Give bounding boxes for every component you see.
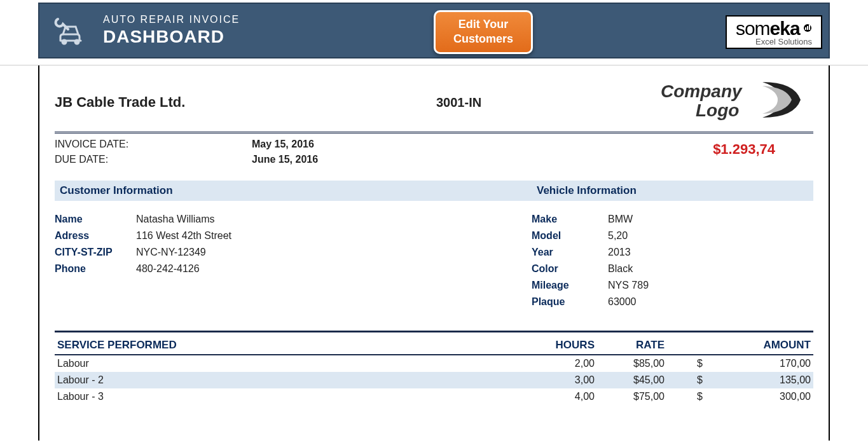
customer-address-value: 116 West 42th Street (136, 230, 231, 242)
svg-point-0 (62, 40, 66, 44)
table-row: Labour - 3 4,00 $75,00 $ 300,00 (55, 388, 813, 405)
customer-csz-label: CITY-ST-ZIP (55, 247, 136, 258)
vehicle-make-value: BMW (608, 214, 633, 225)
customer-csz-value: NYC-NY-12349 (136, 247, 206, 258)
vehicle-make-label: Make (532, 214, 608, 225)
col-cur-head (665, 339, 703, 352)
invoice-header-row: JB Cable Trade Ltd. 3001-IN Company Logo (55, 77, 813, 128)
vehicle-color-label: Color (532, 263, 608, 275)
svc-currency: $ (665, 374, 703, 386)
company-name: JB Cable Trade Ltd. (55, 94, 436, 111)
customer-name-value: Natasha Williams (136, 214, 215, 225)
svg-point-1 (75, 40, 79, 44)
vehicle-color-value: Black (608, 263, 633, 275)
info-grid: NameNatasha Williams Adress116 West 42th… (55, 214, 813, 313)
dates-block: INVOICE DATE: May 15, 2016 DUE DATE: Jun… (55, 139, 813, 169)
vehicle-plaque-label: Plaque (532, 296, 608, 308)
edit-btn-line2: Customers (453, 32, 513, 46)
svc-currency: $ (665, 391, 703, 402)
vehicle-model-label: Model (532, 230, 608, 242)
invoice-date-label: INVOICE DATE: (55, 139, 252, 150)
customer-phone-value: 480-242-4126 (136, 263, 200, 275)
col-hours-head: HOURS (525, 339, 595, 352)
svc-currency: $ (665, 358, 703, 369)
svc-hours: 2,00 (525, 358, 595, 369)
svc-rate: $75,00 (595, 391, 665, 402)
col-service-head: SERVICE PERFORMED (57, 339, 525, 352)
svc-name: Labour - 3 (57, 391, 525, 402)
edit-btn-line1: Edit Your (453, 17, 513, 32)
vehicle-column: MakeBMW Model5,20 Year2013 ColorBlack Mi… (532, 214, 813, 313)
vehicle-year-label: Year (532, 247, 608, 258)
vehicle-model-value: 5,20 (608, 230, 628, 242)
customer-column: NameNatasha Williams Adress116 West 42th… (55, 214, 532, 313)
topbar-title: DASHBOARD (103, 27, 240, 47)
info-section-bar: Customer Information Vehicle Information (55, 181, 813, 201)
table-row: Labour 2,00 $85,00 $ 170,00 (55, 355, 813, 372)
topbar: AUTO REPAIR INVOICE DASHBOARD Edit Your … (38, 3, 830, 58)
topbar-subtitle: AUTO REPAIR INVOICE (103, 14, 240, 25)
invoice-total: $1.293,74 (713, 139, 813, 169)
vehicle-mileage-value: NYS 789 (608, 280, 649, 291)
someka-badge: someka Excel Solutions (726, 15, 822, 49)
svg-rect-5 (809, 25, 810, 30)
edit-customers-button[interactable]: Edit Your Customers (434, 10, 533, 54)
vehicle-info-title: Vehicle Information (537, 184, 637, 197)
svg-rect-4 (807, 26, 808, 30)
topbar-titles: AUTO REPAIR INVOICE DASHBOARD (103, 14, 240, 47)
table-row: Labour - 2 3,00 $45,00 $ 135,00 (55, 372, 813, 388)
vehicle-plaque-value: 63000 (608, 296, 637, 308)
col-amount-head: AMOUNT (703, 339, 811, 352)
svc-amount: 300,00 (703, 391, 811, 402)
svc-name: Labour - 2 (57, 374, 525, 386)
svg-rect-3 (805, 27, 806, 30)
svc-amount: 135,00 (703, 374, 811, 386)
someka-dot-icon (803, 24, 812, 32)
svc-hours: 3,00 (525, 374, 595, 386)
invoice-sheet: JB Cable Trade Ltd. 3001-IN Company Logo… (38, 65, 830, 441)
customer-info-title: Customer Information (60, 184, 537, 197)
vehicle-year-value: 2013 (608, 247, 631, 258)
due-date-label: DUE DATE: (55, 154, 252, 165)
svc-name: Labour (57, 358, 525, 369)
vehicle-mileage-label: Mileage (532, 280, 608, 291)
svc-amount: 170,00 (703, 358, 811, 369)
wrench-car-icon (47, 8, 98, 53)
invoice-number: 3001-IN (436, 95, 627, 110)
customer-phone-label: Phone (55, 263, 136, 275)
logo-text-1: Company (661, 81, 743, 101)
service-table-head: SERVICE PERFORMED HOURS RATE AMOUNT (55, 332, 813, 355)
due-date-value: June 15, 2016 (252, 154, 318, 165)
someka-brand: someka (736, 19, 812, 38)
company-logo: Company Logo (654, 77, 813, 128)
svc-rate: $45,00 (595, 374, 665, 386)
svc-hours: 4,00 (525, 391, 595, 402)
svc-rate: $85,00 (595, 358, 665, 369)
double-rule (55, 132, 813, 134)
customer-name-label: Name (55, 214, 136, 225)
logo-text-2: Logo (696, 100, 739, 120)
customer-address-label: Adress (55, 230, 136, 242)
col-rate-head: RATE (595, 339, 665, 352)
invoice-date-value: May 15, 2016 (252, 139, 314, 150)
